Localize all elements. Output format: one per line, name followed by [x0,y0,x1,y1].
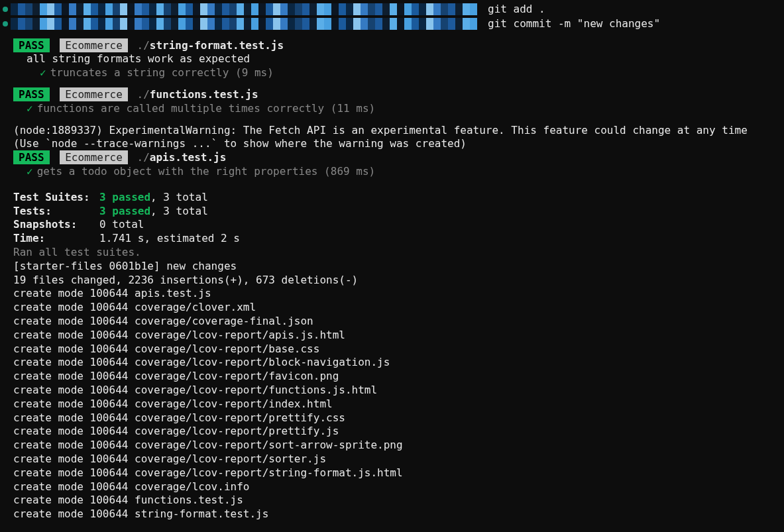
project-badge: Ecommerce [60,87,128,101]
created-file-line: create mode 100644 coverage/lcov-report/… [13,398,784,411]
created-file-line: create mode 100644 coverage/lcov-report/… [13,466,784,480]
summary-label: Time: [13,232,99,246]
test-result-line: PASS Ecommerce ./apis.test.js [0,151,784,165]
commit-stats-line: 19 files changed, 2236 insertions(+), 67… [13,274,784,288]
test-result-line: PASS Ecommerce ./string-format.test.js [0,39,784,53]
checkmark-icon: ✓ [40,66,46,79]
pass-badge: PASS [13,87,50,101]
summary-label: Test Suites: [13,191,99,205]
prompt-bullet-icon [3,7,8,12]
checkmark-icon: ✓ [27,102,33,115]
test-check-line: ✓functions are called multiple times cor… [0,102,784,116]
project-badge: Ecommerce [60,150,128,164]
node-warning-line: (Use `node --trace-warnings ...` to show… [0,137,784,151]
path-prefix: ./ [137,39,150,52]
summary-label: Tests: [13,205,99,219]
created-file-line: create mode 100644 functions.test.js [13,494,784,507]
ran-suites-message: Ran all test suites. [0,246,784,260]
test-check-line: ✓truncates a string correctly (9 ms) [0,66,784,80]
prompt-line-1: git add . [0,3,784,17]
created-file-line: create mode 100644 coverage/lcov-report/… [13,356,784,370]
snapshot-value: 0 total [99,218,144,232]
created-file-line: create mode 100644 coverage/lcov-report/… [13,343,784,356]
created-file-line: create mode 100644 coverage/lcov-report/… [13,439,784,452]
prompt-pixelated-path [11,3,477,15]
prompt-bullet-icon [3,21,8,27]
test-file-name: string-format.test.js [150,39,284,52]
created-file-line: create mode 100644 coverage/lcov-report/… [13,370,784,384]
summary-suites: Test Suites: 3 passed, 3 total [13,191,784,205]
prompt-line-2: git commit -m "new changes" [0,17,784,31]
created-file-line: create mode 100644 coverage/clover.xml [13,301,784,315]
created-file-line: create mode 100644 coverage/coverage-fin… [13,315,784,329]
node-warning-line: (node:1889337) ExperimentalWarning: The … [0,124,784,138]
created-file-line: create mode 100644 coverage/lcov-report/… [13,384,784,398]
summary-label: Snapshots: [13,218,99,232]
check-text: truncates a string correctly (9 ms) [50,66,274,79]
created-file-line: create mode 100644 coverage/lcov-report/… [13,411,784,425]
test-file-name: apis.test.js [150,151,227,164]
describe-text: all string formats work as expected [0,52,784,66]
total-count: , 3 total [150,205,208,217]
created-file-line: create mode 100644 apis.test.js [13,287,784,301]
test-file-name: functions.test.js [150,88,258,101]
created-file-line: create mode 100644 coverage/lcov-report/… [13,425,784,439]
summary-tests: Tests: 3 passed, 3 total [13,205,784,219]
command-text: git add . [488,3,545,17]
test-summary: Test Suites: 3 passed, 3 total Tests: 3 … [0,191,784,246]
project-badge: Ecommerce [60,38,128,52]
path-prefix: ./ [137,88,150,101]
summary-time: Time: 1.741 s, estimated 2 s [13,232,784,246]
path-prefix: ./ [137,151,150,164]
summary-snapshots: Snapshots: 0 total [13,218,784,232]
time-value: 1.741 s, estimated 2 s [99,232,240,246]
command-text: git commit -m "new changes" [488,17,660,31]
passed-count: 3 passed [99,191,150,203]
created-file-line: create mode 100644 string-format.test.js [13,507,784,521]
total-count: , 3 total [150,191,208,203]
prompt-pixelated-path [11,18,477,30]
passed-count: 3 passed [99,205,150,217]
pass-badge: PASS [13,38,50,52]
pass-badge: PASS [13,150,50,164]
test-result-line: PASS Ecommerce ./functions.test.js [0,88,784,102]
check-text: functions are called multiple times corr… [37,102,376,115]
commit-hash-line: [starter-files 0601b1e] new changes [13,260,784,274]
checkmark-icon: ✓ [27,165,33,178]
check-text: gets a todo object with the right proper… [37,165,376,178]
created-file-line: create mode 100644 coverage/lcov.info [13,480,784,494]
created-file-line: create mode 100644 coverage/lcov-report/… [13,329,784,343]
test-check-line: ✓gets a todo object with the right prope… [0,165,784,179]
created-file-line: create mode 100644 coverage/lcov-report/… [13,452,784,466]
git-commit-output: [starter-files 0601b1e] new changes 19 f… [0,260,784,521]
